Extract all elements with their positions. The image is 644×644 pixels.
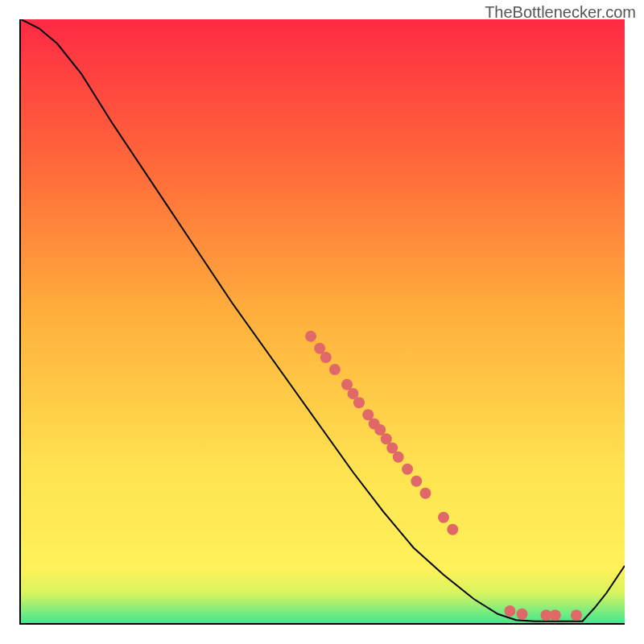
scatter-dot bbox=[571, 609, 582, 621]
scatter-dot bbox=[305, 331, 316, 342]
scatter-dot bbox=[504, 605, 515, 617]
scatter-dots bbox=[305, 331, 582, 621]
chart-container: TheBottlenecker.com bbox=[0, 0, 644, 644]
chart-overlay bbox=[21, 19, 625, 623]
scatter-dot bbox=[393, 452, 404, 463]
scatter-dot bbox=[438, 512, 449, 523]
scatter-dot bbox=[411, 476, 422, 487]
scatter-dot bbox=[329, 364, 341, 375]
scatter-dot bbox=[550, 609, 561, 621]
scatter-dot bbox=[517, 609, 528, 620]
plot-area bbox=[19, 19, 625, 625]
scatter-dot bbox=[320, 352, 332, 363]
scatter-dot bbox=[353, 397, 365, 408]
attribution-text: TheBottlenecker.com bbox=[485, 3, 636, 22]
scatter-dot bbox=[402, 464, 413, 475]
curve-line bbox=[21, 19, 625, 621]
scatter-dot bbox=[419, 488, 431, 499]
scatter-dot bbox=[447, 524, 458, 535]
